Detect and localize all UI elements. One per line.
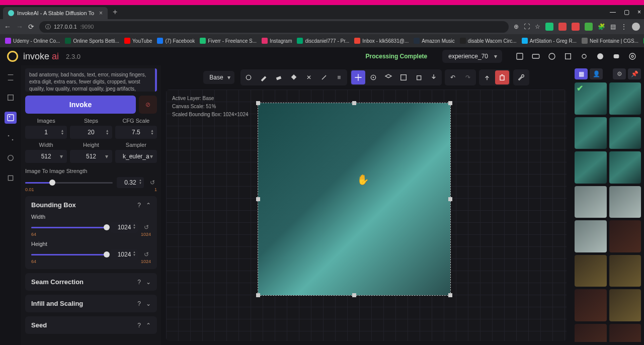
chevron-up-icon[interactable]: ⌃	[146, 202, 151, 209]
gallery-tab-images-icon[interactable]: ▦	[575, 68, 588, 79]
options-icon[interactable]: ≡	[332, 70, 346, 84]
layers-icon[interactable]	[381, 70, 395, 84]
i2i-reset-icon[interactable]: ↺	[148, 179, 157, 186]
ext-2-icon[interactable]	[558, 23, 567, 31]
bookmark-item[interactable]: ArtStation - Greg R...	[522, 38, 577, 44]
width-select[interactable]: 512	[25, 150, 67, 163]
resize-handle-mr[interactable]	[448, 197, 452, 201]
wrench-icon[interactable]	[514, 70, 528, 84]
bookmark-item[interactable]: disable Wacom Circ...	[460, 38, 517, 44]
gallery-pin-icon[interactable]: 📌	[628, 68, 641, 79]
ext-1-icon[interactable]	[545, 23, 553, 31]
window-close-icon[interactable]: ×	[637, 9, 641, 16]
mask-icon[interactable]	[242, 70, 256, 84]
help-icon[interactable]: ?	[137, 300, 141, 307]
redo-icon[interactable]: ↷	[461, 70, 475, 84]
keyboard-icon[interactable]	[531, 52, 540, 61]
canvas-viewport[interactable]: Active Layer: Base Canvas Scale: 51% Sca…	[166, 90, 567, 341]
eyedropper-icon[interactable]	[317, 70, 331, 84]
seed-section[interactable]: Seed?⌃	[25, 316, 157, 334]
github-icon[interactable]	[596, 52, 605, 61]
gallery-thumb[interactable]	[575, 186, 607, 218]
download-icon[interactable]	[427, 70, 441, 84]
new-tab-button[interactable]: +	[113, 8, 117, 17]
bbox-width-slider[interactable]	[31, 222, 107, 232]
gallery-thumb[interactable]	[575, 151, 607, 184]
resize-handle-br[interactable]	[448, 293, 452, 297]
rail-canvas-icon[interactable]	[5, 112, 17, 124]
undo-icon[interactable]: ↶	[446, 70, 460, 84]
i2i-strength-slider[interactable]	[25, 178, 113, 188]
gallery-thumb[interactable]	[609, 255, 641, 287]
cancel-button[interactable]: ⊘	[139, 96, 157, 114]
zoom-icon[interactable]: ⊕	[514, 23, 519, 30]
seam-correction-section[interactable]: Seam Correction?⌄	[25, 273, 157, 291]
sampler-select[interactable]: k_euler_a	[115, 150, 157, 163]
help-icon[interactable]: ?	[137, 279, 141, 286]
clear-icon[interactable]: ✕	[302, 70, 316, 84]
gallery-thumb[interactable]	[609, 117, 641, 149]
menu-dots-icon[interactable]: ⋮	[621, 23, 627, 30]
layer-select[interactable]: Base	[203, 71, 234, 84]
gallery-icon[interactable]	[515, 52, 524, 61]
rail-training-icon[interactable]	[5, 172, 17, 184]
settings-gear-icon[interactable]	[628, 52, 637, 61]
gallery-thumb[interactable]	[575, 82, 607, 115]
language-icon[interactable]	[564, 52, 573, 61]
bbox-width-value[interactable]: 1024▲▼	[111, 222, 138, 233]
delete-icon[interactable]	[495, 70, 509, 84]
copy-icon[interactable]	[412, 70, 426, 84]
save-icon[interactable]	[396, 70, 411, 84]
infill-scaling-section[interactable]: Infill and Scaling?⌄	[25, 295, 157, 312]
bookmark-item[interactable]: Fiverr - Freelance S...	[200, 38, 257, 44]
gallery-thumb[interactable]	[575, 255, 607, 287]
bounding-box[interactable]: ✋	[258, 103, 451, 296]
steps-stepper[interactable]: 20▲▼	[70, 126, 112, 139]
resize-handle-tm[interactable]	[352, 101, 356, 105]
cfg-stepper[interactable]: 7.5▲▼	[115, 126, 157, 139]
help-icon[interactable]: ?	[137, 202, 141, 209]
bbox-height-reset-icon[interactable]: ↺	[142, 251, 151, 258]
url-input[interactable]: ⓘ 127.0.0.1:9090	[39, 21, 509, 33]
gallery-thumb[interactable]	[609, 220, 641, 252]
bookmark-item[interactable]: YouTube	[124, 38, 152, 44]
nav-reload-icon[interactable]: ⟳	[28, 23, 34, 31]
invoke-button[interactable]: Invoke	[25, 96, 136, 114]
images-stepper[interactable]: 1▲▼	[25, 126, 67, 139]
gallery-thumb[interactable]	[609, 186, 641, 218]
resize-handle-tr[interactable]	[448, 101, 452, 105]
brush-icon[interactable]	[257, 70, 271, 84]
upload-icon[interactable]	[480, 70, 494, 84]
bookmark-item[interactable]: (7) Facebook	[157, 38, 195, 44]
translate-icon[interactable]: ⛶	[524, 23, 530, 30]
experiment-select[interactable]: experience_70	[442, 50, 502, 63]
rail-txt2img-icon[interactable]	[5, 71, 17, 83]
gallery-thumb[interactable]	[575, 117, 607, 149]
resize-handle-ml[interactable]	[256, 197, 260, 201]
profile-avatar-icon[interactable]	[632, 23, 640, 31]
gallery-thumb[interactable]	[575, 289, 607, 321]
gallery-thumb[interactable]	[609, 151, 641, 184]
bbox-width-reset-icon[interactable]: ↺	[142, 224, 151, 231]
palette-icon[interactable]	[547, 52, 556, 61]
bookmark-item[interactable]: discdaniel777 - Pr...	[297, 38, 349, 44]
window-minimize-icon[interactable]: —	[610, 9, 616, 16]
rail-postprocess-icon[interactable]	[5, 152, 17, 164]
height-select[interactable]: 512	[70, 150, 112, 163]
fill-icon[interactable]	[287, 70, 301, 84]
negative-prompt-input[interactable]: bad anatomy, bad hands, text, error, mis…	[25, 68, 157, 92]
bookmark-item[interactable]: Instagram	[262, 38, 292, 44]
reading-list-icon[interactable]: ▤	[610, 23, 616, 30]
reset-view-icon[interactable]	[366, 70, 380, 84]
ext-3-icon[interactable]	[572, 23, 580, 31]
bookmark-item[interactable]: Neil Fontaine | CGS...	[582, 38, 638, 44]
help-icon[interactable]: ?	[137, 322, 141, 329]
gallery-thumb[interactable]	[609, 289, 641, 321]
gallery-thumb[interactable]	[609, 324, 641, 342]
bbox-height-slider[interactable]	[31, 249, 107, 260]
extensions-icon[interactable]: 🧩	[598, 23, 605, 30]
bookmark-item[interactable]: Online Sports Betti...	[65, 38, 119, 44]
chevron-down-icon[interactable]: ⌄	[146, 279, 151, 286]
gallery-tab-user-icon[interactable]: 👤	[590, 68, 603, 79]
bookmark-item[interactable]: Inbox - klk56831@...	[354, 38, 409, 44]
